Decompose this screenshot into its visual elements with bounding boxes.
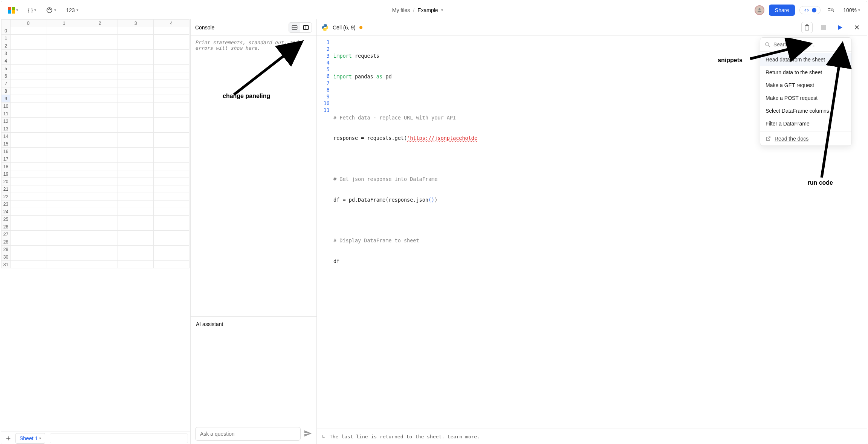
cell[interactable] [82, 201, 118, 208]
cell[interactable] [118, 216, 154, 223]
cell[interactable] [82, 238, 118, 246]
cell[interactable] [82, 208, 118, 216]
cell[interactable] [118, 80, 154, 87]
cell[interactable] [46, 125, 82, 133]
cell[interactable] [46, 208, 82, 216]
cell[interactable] [46, 103, 82, 110]
row-header[interactable]: 30 [2, 253, 11, 261]
cell[interactable] [154, 27, 189, 35]
cell[interactable] [154, 80, 189, 87]
column-header[interactable]: 3 [118, 20, 154, 27]
cell[interactable] [154, 246, 189, 253]
cell[interactable] [11, 125, 46, 133]
cell[interactable] [11, 231, 46, 238]
cell[interactable] [118, 110, 154, 118]
cell[interactable] [46, 261, 82, 268]
cell[interactable] [82, 80, 118, 87]
row-header[interactable]: 19 [2, 170, 11, 178]
cell[interactable] [11, 72, 46, 80]
learn-more-link[interactable]: Learn more. [448, 434, 480, 439]
cell[interactable] [11, 42, 46, 50]
cell[interactable] [154, 155, 189, 163]
row-header[interactable]: 0 [2, 27, 11, 35]
ai-input[interactable] [195, 427, 301, 441]
row-header[interactable]: 11 [2, 110, 11, 118]
palette-menu-button[interactable]: ▾ [44, 5, 58, 15]
cell[interactable] [154, 178, 189, 185]
cell[interactable] [82, 27, 118, 35]
cell[interactable] [82, 253, 118, 261]
cell[interactable] [82, 140, 118, 148]
cell[interactable] [11, 140, 46, 148]
document-name[interactable]: Example [417, 7, 438, 13]
row-header[interactable]: 17 [2, 155, 11, 163]
row-header[interactable]: 13 [2, 125, 11, 133]
cell[interactable] [11, 178, 46, 185]
cell[interactable] [118, 185, 154, 193]
cell[interactable] [11, 133, 46, 140]
cell[interactable] [82, 185, 118, 193]
cell[interactable] [82, 125, 118, 133]
cell[interactable] [118, 170, 154, 178]
cell[interactable] [154, 170, 189, 178]
cell[interactable] [46, 42, 82, 50]
cell[interactable] [118, 208, 154, 216]
cell[interactable] [118, 35, 154, 42]
cell[interactable] [118, 125, 154, 133]
row-header[interactable]: 22 [2, 193, 11, 201]
row-header[interactable]: 3 [2, 50, 11, 57]
cell[interactable] [82, 118, 118, 125]
cell[interactable] [154, 65, 189, 72]
row-header[interactable]: 8 [2, 87, 11, 95]
cell[interactable] [11, 253, 46, 261]
cell[interactable] [154, 57, 189, 65]
cell[interactable] [154, 125, 189, 133]
cell[interactable] [11, 27, 46, 35]
cell[interactable] [154, 163, 189, 170]
cell[interactable] [46, 178, 82, 185]
cell[interactable] [154, 35, 189, 42]
cell[interactable] [154, 193, 189, 201]
status-pill[interactable] [799, 6, 821, 14]
row-header[interactable]: 25 [2, 216, 11, 223]
cell[interactable] [82, 148, 118, 155]
close-button[interactable]: ✕ [851, 22, 862, 33]
layout-horizontal-button[interactable] [289, 23, 300, 32]
cell[interactable] [118, 42, 154, 50]
cell[interactable] [82, 87, 118, 95]
cell[interactable] [118, 253, 154, 261]
cell[interactable] [82, 231, 118, 238]
cell[interactable] [11, 118, 46, 125]
cell[interactable] [118, 57, 154, 65]
cell[interactable] [11, 185, 46, 193]
cell[interactable] [46, 57, 82, 65]
layout-vertical-button[interactable] [300, 23, 312, 32]
cell[interactable] [154, 231, 189, 238]
cell[interactable] [46, 140, 82, 148]
cell[interactable] [154, 72, 189, 80]
avatar[interactable] [755, 5, 764, 15]
cell[interactable] [46, 163, 82, 170]
cell[interactable] [11, 261, 46, 268]
cell[interactable] [82, 216, 118, 223]
cell[interactable] [46, 148, 82, 155]
cell[interactable] [11, 223, 46, 231]
cell[interactable] [82, 57, 118, 65]
cell[interactable] [118, 133, 154, 140]
cell[interactable] [82, 72, 118, 80]
cell[interactable] [118, 178, 154, 185]
column-header[interactable]: 4 [154, 20, 189, 27]
cell[interactable] [154, 118, 189, 125]
cell[interactable] [11, 35, 46, 42]
cell[interactable] [46, 27, 82, 35]
cell[interactable] [46, 185, 82, 193]
cell[interactable] [82, 155, 118, 163]
row-header[interactable]: 10 [2, 103, 11, 110]
add-sheet-button[interactable] [3, 433, 13, 443]
breadcrumb-root[interactable]: My files [392, 7, 410, 13]
cell[interactable] [154, 223, 189, 231]
braces-menu-button[interactable]: { } ▾ [26, 6, 38, 15]
cell[interactable] [118, 163, 154, 170]
cell[interactable] [11, 95, 46, 103]
cell[interactable] [82, 103, 118, 110]
